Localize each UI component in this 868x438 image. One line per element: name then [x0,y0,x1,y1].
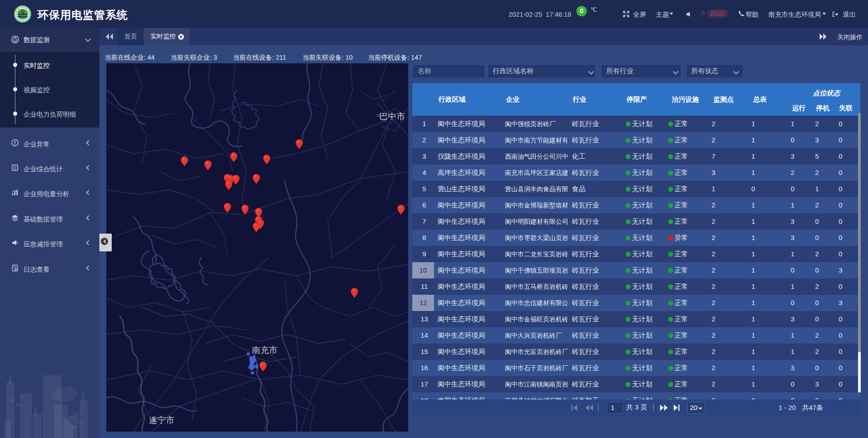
svg-text:遂宁市: 遂宁市 [149,415,175,425]
svg-text:巴中市: 巴中市 [379,112,405,121]
svg-text:南充市: 南充市 [252,345,278,355]
